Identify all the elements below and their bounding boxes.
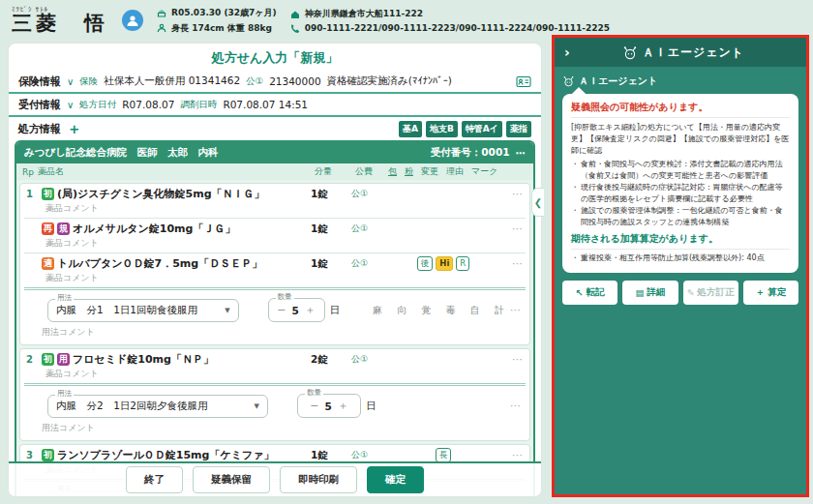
transcribe-button[interactable]: ↖ 転記 — [562, 281, 617, 305]
drug-qty: 2錠 — [311, 353, 351, 367]
decrement-button[interactable]: − — [310, 400, 318, 412]
more-menu-icon[interactable]: ⋯ — [502, 188, 524, 200]
gigi-hold-button[interactable]: 疑義保留 — [193, 466, 270, 493]
rx-section-label: 処方情報 — [18, 122, 61, 136]
end-button[interactable]: 終了 — [126, 466, 183, 493]
more-menu-icon[interactable]: ⋯ — [502, 449, 524, 461]
drug-row[interactable]: 適 トルバプタンＯＤ錠7．5mg「ＤＳＥＰ」 1錠 公① 後 Hi R ⋯ — [20, 253, 529, 271]
ai-panel-title: ＡＩエージェント — [643, 44, 744, 61]
usage-comment[interactable]: 用法コメント — [42, 326, 529, 339]
more-menu-icon[interactable]: ⋯ — [510, 400, 522, 412]
ai-chat-sender: ＡＩエージェント — [562, 74, 798, 88]
fee-badge: 地支B — [426, 121, 458, 137]
usage-value: 内服 分2 1日2回朝夕食後服用 — [56, 400, 208, 413]
rx-correction-label: 処方訂正 — [698, 286, 735, 299]
phone-icon — [290, 23, 300, 33]
usage-select[interactable]: 用法 内服 分2 1日2回朝夕食後服用 ▼ — [47, 395, 268, 418]
more-menu-icon[interactable]: ⋯ — [502, 222, 524, 235]
more-menu-icon[interactable]: ⋯ — [516, 147, 527, 159]
confirm-button[interactable]: 確定 — [367, 466, 424, 493]
col-mark: マーク — [471, 165, 497, 178]
patient-avatar-icon[interactable] — [122, 10, 143, 31]
instant-print-button[interactable]: 即時印刷 — [280, 466, 357, 493]
rx-table: みつびし記念総合病院 医師 太郎 内科 受付番号：0001 ⋯ Rp 薬品名 分… — [15, 140, 535, 497]
usage-comment[interactable]: 用法コメント — [42, 422, 529, 434]
insurance-info-row: 保険情報 ∨ 保険 社保本人一般併用 01341462 公① 21340000 … — [9, 71, 541, 94]
kohi-value: 21340000 — [269, 75, 320, 87]
rp-number: 1 — [26, 189, 42, 199]
hoken-value: 社保本人一般併用 01341462 — [104, 74, 240, 88]
usage-select[interactable]: 用法 内服 分1 1日1回朝食後服用 ▼ — [47, 299, 239, 322]
hospital-bar: みつびし記念総合病院 医師 太郎 内科 受付番号：0001 ⋯ — [16, 142, 533, 163]
col-funsai[interactable]: 粉 — [405, 165, 413, 178]
drug-row[interactable]: 3 初 ランソプラゾールＯＤ錠15mg「ケミファ」 1錠 公① 長 ⋯ — [20, 445, 529, 462]
ai-message-bubble: 疑義照会の可能性があります。 [抑肝散エキス細粒]の処方について【用法・用量の適… — [562, 94, 798, 273]
rx-correction-button[interactable]: ✎ 処方訂正 — [683, 281, 738, 305]
drug-kohi: 公① — [351, 257, 384, 270]
badge-first-time: 初 — [42, 188, 54, 200]
ai-chat-sender-label: ＡＩエージェント — [579, 74, 657, 88]
divider — [24, 287, 526, 290]
more-menu-icon[interactable]: ⋯ — [502, 257, 524, 270]
drug-category-flags: 麻 向 覚 毒 自 計 — [373, 304, 510, 317]
rx-info-row: 処方情報 ＋ 基A 地支B 特管Aイ 薬指 — [9, 117, 541, 140]
ai-panel-collapse-handle[interactable]: ❮ — [531, 188, 544, 217]
usage-row: 用法 内服 分2 1日2回朝夕食後服用 ▼ 数量 − 5 ＋ 日 ⋯ — [47, 394, 522, 418]
gigi-bullet: 施設での服薬管理体制調整：一包化継続の可否と食前・食間投与時の施設スタッフとの連… — [571, 205, 790, 228]
chevron-down-icon[interactable]: ∨ — [67, 76, 74, 87]
ai-panel-body: ＡＩエージェント 疑義照会の可能性があります。 [抑肝散エキス細粒]の処方につい… — [555, 67, 806, 305]
drug-name: オルメサルタン錠10mg「ＪＧ」 — [73, 222, 235, 236]
drug-comment[interactable]: 薬品コメント — [45, 237, 529, 250]
insurance-section-label[interactable]: 保険情報 — [18, 74, 61, 89]
increment-button[interactable]: ＋ — [338, 399, 348, 413]
badge-first-time: 初 — [42, 353, 54, 366]
drug-comment[interactable]: 薬品コメント — [45, 202, 529, 215]
col-ippouka[interactable]: 包 — [388, 165, 397, 178]
divider — [24, 383, 526, 386]
detail-button[interactable]: ▤ 詳細 — [622, 281, 678, 305]
qty-field-label: 数量 — [305, 389, 323, 397]
transcribe-label: 転記 — [587, 286, 605, 299]
drug-row[interactable]: 1 初 (局)ジスチグミン臭化物錠5mg「ＮＩＧ」 1錠 公① ⋯ — [20, 184, 529, 201]
chevron-down-icon[interactable]: ∨ — [67, 100, 74, 110]
drug-row[interactable]: 再 規 オルメサルタン錠10mg「ＪＧ」 1錠 公① ⋯ — [20, 219, 529, 236]
home-icon — [290, 10, 300, 19]
increment-button[interactable]: ＋ — [305, 303, 316, 317]
rp-number: 2 — [26, 354, 42, 365]
drug-comment[interactable]: 薬品コメント — [45, 272, 529, 284]
person-icon — [157, 23, 166, 33]
gigi-alert-title: 疑義照会の可能性があります。 — [571, 101, 790, 118]
usage-field-label: 用法 — [55, 294, 74, 302]
gigi-bullet: 現行食後投与継続時の症状詳記対応：胃腸症状への配慮等の医学的根拠をレセプト摘要欄… — [571, 182, 790, 205]
decrement-button[interactable]: − — [277, 304, 286, 316]
col-kohi: 公費 — [355, 165, 388, 178]
arrow-up-left-icon: ↖ — [576, 287, 584, 298]
insurance-card-icon[interactable] — [516, 74, 531, 88]
ai-panel-header: › ＡＩエージェント — [555, 38, 806, 67]
calculate-label: 算定 — [768, 286, 786, 299]
hoken-label: 保険 — [79, 75, 98, 88]
kohi-label: 公① — [246, 75, 263, 88]
rp-group-2: 2 初 用 フロセミド錠10mg「ＮＰ」 2錠 公① ⋯ 薬品コメント 用法 内… — [19, 348, 530, 441]
reception-section-label[interactable]: 受付情報 — [18, 98, 61, 112]
dispense-datetime-value: R07.08.07 14:51 — [223, 99, 308, 110]
page-title: 処方せん入力「新規」 — [9, 44, 541, 71]
birthday-cake-icon — [157, 8, 166, 17]
more-menu-icon[interactable]: ⋯ — [502, 353, 524, 366]
col-qty: 分量 — [315, 165, 355, 178]
bonus-bullet: 重複投薬・相互作用等防止加算(残薬調整以外): 40点 — [571, 252, 790, 264]
patient-contact: 神奈川県鎌倉市大船111-222 090-1111-2221/090-1111-… — [290, 8, 610, 33]
footer-action-bar: 終了 疑義保留 即時印刷 確定 — [9, 461, 541, 496]
drug-name: (局)ジスチグミン臭化物錠5mg「ＮＩＧ」 — [57, 187, 265, 201]
col-name: 薬品名 — [38, 165, 315, 178]
rx-column-header: Rp 薬品名 分量 公費 包 粉 変更 理由 マーク — [16, 163, 533, 180]
days-unit: 日 — [330, 304, 341, 317]
patient-demographics: R05.03.30 (32歳7ヶ月) 身長 174cm 体重 88kg — [157, 7, 277, 35]
ai-action-buttons: ↖ 転記 ▤ 詳細 ✎ 処方訂正 ＋ 算定 — [562, 281, 798, 305]
drug-row[interactable]: 2 初 用 フロセミド錠10mg「ＮＰ」 2錠 公① ⋯ — [20, 349, 529, 367]
calculate-button[interactable]: ＋ 算定 — [743, 281, 798, 305]
more-menu-icon[interactable]: ⋯ — [510, 304, 522, 316]
patient-body-metrics: 身長 174cm 体重 88kg — [171, 22, 272, 35]
drug-comment[interactable]: 薬品コメント — [45, 368, 529, 380]
add-rx-icon[interactable]: ＋ — [67, 120, 81, 138]
